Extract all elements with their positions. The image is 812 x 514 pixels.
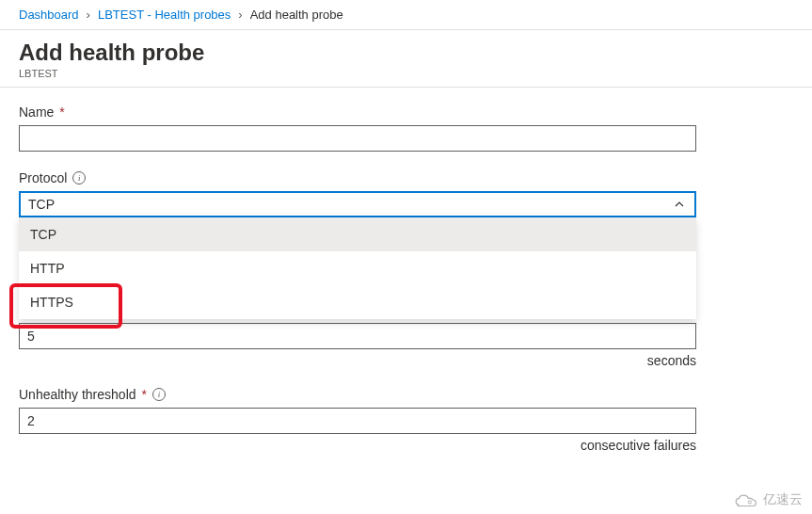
protocol-selected-value: TCP <box>28 197 55 212</box>
breadcrumb-health-probes[interactable]: LBTEST - Health probes <box>98 8 231 22</box>
field-name: Name * <box>19 104 793 152</box>
protocol-select[interactable]: TCP <box>19 191 696 217</box>
field-threshold: Unhealthy threshold * i consecutive fail… <box>19 387 793 453</box>
protocol-option-tcp[interactable]: TCP <box>19 217 696 251</box>
name-label-text: Name <box>19 104 54 120</box>
form-body: Name * Protocol i TCP TCP HTTP HTTPS <box>0 88 812 489</box>
chevron-right-icon: › <box>87 8 90 22</box>
interval-unit: seconds <box>19 353 696 368</box>
chevron-up-icon <box>674 199 685 210</box>
threshold-label: Unhealthy threshold * i <box>19 387 793 402</box>
name-label: Name * <box>19 104 793 120</box>
name-input[interactable] <box>19 125 696 152</box>
protocol-option-http[interactable]: HTTP <box>19 251 696 285</box>
field-protocol: Protocol i TCP TCP HTTP HTTPS <box>19 170 793 217</box>
field-interval: seconds <box>19 323 793 368</box>
page-title: Add health probe <box>19 40 793 66</box>
protocol-label: Protocol i <box>19 170 793 185</box>
threshold-unit: consecutive failures <box>19 438 696 453</box>
watermark: 亿速云 <box>733 491 803 508</box>
protocol-option-https[interactable]: HTTPS <box>19 285 696 319</box>
interval-input[interactable] <box>19 323 696 349</box>
required-icon: * <box>59 104 64 120</box>
required-icon: * <box>142 387 147 402</box>
page-header: Add health probe LBTEST <box>0 30 812 88</box>
info-icon[interactable]: i <box>72 171 86 185</box>
cloud-icon <box>733 491 757 508</box>
chevron-right-icon: › <box>238 8 242 22</box>
protocol-select-wrap: TCP TCP HTTP HTTPS <box>19 191 696 217</box>
info-icon[interactable]: i <box>152 388 166 401</box>
breadcrumb: Dashboard › LBTEST - Health probes › Add… <box>0 0 812 30</box>
page-subtitle: LBTEST <box>19 68 793 79</box>
protocol-label-text: Protocol <box>19 170 67 185</box>
breadcrumb-current: Add health probe <box>250 8 343 22</box>
threshold-input[interactable] <box>19 408 696 434</box>
protocol-dropdown: TCP HTTP HTTPS <box>19 217 696 319</box>
breadcrumb-dashboard[interactable]: Dashboard <box>19 8 79 22</box>
svg-point-0 <box>748 501 751 504</box>
watermark-text: 亿速云 <box>763 491 803 508</box>
threshold-label-text: Unhealthy threshold <box>19 387 136 402</box>
